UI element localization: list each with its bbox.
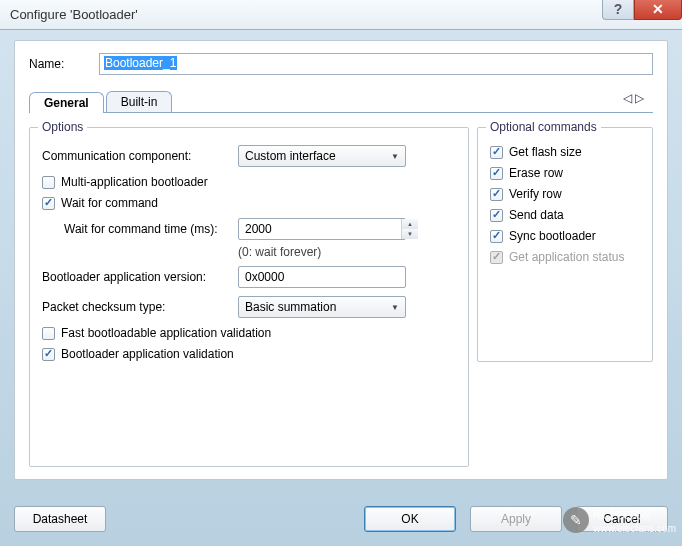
- dialog-body: Name: Bootloader_1 General Built-in ◁▷ O…: [0, 30, 682, 490]
- checkbox-icon: [490, 188, 503, 201]
- wait-time-label: Wait for command time (ms):: [64, 222, 238, 236]
- checkbox-icon: [490, 146, 503, 159]
- tabs-nav[interactable]: ◁▷: [623, 91, 647, 105]
- tab-general[interactable]: General: [29, 92, 104, 113]
- help-button[interactable]: ?: [602, 0, 634, 20]
- comm-component-row: Communication component: Custom interfac…: [42, 144, 456, 168]
- multi-app-label: Multi-application bootloader: [61, 175, 208, 189]
- erase-row-label: Erase row: [509, 166, 563, 180]
- options-group: Options Communication component: Custom …: [29, 127, 469, 467]
- get-flash-size-checkbox[interactable]: Get flash size: [490, 145, 640, 159]
- sync-bootloader-label: Sync bootloader: [509, 229, 596, 243]
- app-version-row: Bootloader application version:: [42, 265, 456, 289]
- checkbox-icon: [42, 327, 55, 340]
- watermark: ✎ 电子发烧友 www.elecfans.com: [563, 506, 676, 534]
- checkbox-icon: [42, 348, 55, 361]
- options-title: Options: [38, 120, 87, 134]
- multi-app-checkbox[interactable]: Multi-application bootloader: [42, 175, 456, 189]
- watermark-text: 电子发烧友: [593, 506, 676, 523]
- app-version-input[interactable]: [238, 266, 406, 288]
- spin-down-icon[interactable]: ▼: [402, 229, 418, 239]
- wait-cmd-label: Wait for command: [61, 196, 158, 210]
- wait-time-row: Wait for command time (ms): ▲ ▼: [64, 217, 456, 241]
- checksum-label: Packet checksum type:: [42, 300, 238, 314]
- comm-component-combo[interactable]: Custom interface ▼: [238, 145, 406, 167]
- nav-left-icon[interactable]: ◁: [623, 91, 635, 105]
- checkbox-icon: [42, 176, 55, 189]
- name-input[interactable]: Bootloader_1: [99, 53, 653, 75]
- erase-row-checkbox[interactable]: Erase row: [490, 166, 640, 180]
- send-data-checkbox[interactable]: Send data: [490, 208, 640, 222]
- wait-time-hint: (0: wait forever): [238, 245, 456, 259]
- watermark-icon: ✎: [563, 507, 589, 533]
- wait-time-input[interactable]: ▲ ▼: [238, 218, 406, 240]
- titlebar-buttons: ? ✕: [602, 0, 682, 20]
- name-label: Name:: [29, 57, 99, 71]
- titlebar: Configure 'Bootloader' ? ✕: [0, 0, 682, 30]
- spinner-buttons: ▲ ▼: [401, 219, 418, 239]
- window-title: Configure 'Bootloader': [10, 7, 138, 22]
- watermark-url: www.elecfans.com: [593, 523, 676, 534]
- verify-row-checkbox[interactable]: Verify row: [490, 187, 640, 201]
- close-button[interactable]: ✕: [634, 0, 682, 20]
- sync-bootloader-checkbox[interactable]: Sync bootloader: [490, 229, 640, 243]
- outer-frame: Name: Bootloader_1 General Built-in ◁▷ O…: [14, 40, 668, 480]
- checkbox-icon: [490, 230, 503, 243]
- wait-cmd-checkbox[interactable]: Wait for command: [42, 196, 456, 210]
- send-data-label: Send data: [509, 208, 564, 222]
- verify-row-label: Verify row: [509, 187, 562, 201]
- get-flash-size-label: Get flash size: [509, 145, 582, 159]
- name-value: Bootloader_1: [104, 56, 177, 70]
- checkbox-icon: [490, 209, 503, 222]
- tab-content: Options Communication component: Custom …: [29, 113, 653, 467]
- checkbox-icon: [42, 197, 55, 210]
- app-version-label: Bootloader application version:: [42, 270, 238, 284]
- tabs-row: General Built-in ◁▷: [29, 89, 653, 113]
- checksum-combo[interactable]: Basic summation ▼: [238, 296, 406, 318]
- wait-time-value[interactable]: [239, 222, 401, 236]
- optional-commands-group: Optional commands Get flash size Erase r…: [477, 127, 653, 362]
- tab-builtin[interactable]: Built-in: [106, 91, 173, 112]
- get-app-status-checkbox: Get application status: [490, 250, 640, 264]
- checkbox-icon: [490, 167, 503, 180]
- comm-component-value: Custom interface: [245, 149, 336, 163]
- ok-button[interactable]: OK: [364, 506, 456, 532]
- chevron-down-icon: ▼: [391, 303, 399, 312]
- checkbox-icon: [490, 251, 503, 264]
- checksum-row: Packet checksum type: Basic summation ▼: [42, 295, 456, 319]
- chevron-down-icon: ▼: [391, 152, 399, 161]
- name-row: Name: Bootloader_1: [29, 53, 653, 75]
- bootloader-validation-label: Bootloader application validation: [61, 347, 234, 361]
- checksum-value: Basic summation: [245, 300, 336, 314]
- spin-up-icon[interactable]: ▲: [402, 219, 418, 229]
- datasheet-button[interactable]: Datasheet: [14, 506, 106, 532]
- optcmds-title: Optional commands: [486, 120, 601, 134]
- apply-button: Apply: [470, 506, 562, 532]
- comm-component-label: Communication component:: [42, 149, 238, 163]
- fast-validation-label: Fast bootloadable application validation: [61, 326, 271, 340]
- nav-right-icon[interactable]: ▷: [635, 91, 647, 105]
- fast-validation-checkbox[interactable]: Fast bootloadable application validation: [42, 326, 456, 340]
- get-app-status-label: Get application status: [509, 250, 624, 264]
- bootloader-validation-checkbox[interactable]: Bootloader application validation: [42, 347, 456, 361]
